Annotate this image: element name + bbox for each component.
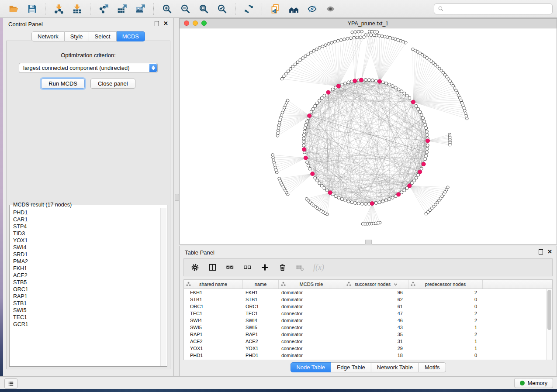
export-table-icon[interactable] (114, 2, 129, 15)
open-session-icon[interactable] (6, 2, 21, 15)
table-settings-icon[interactable] (191, 263, 199, 272)
hide-graphics-details-icon[interactable] (304, 2, 319, 15)
table-scrollbar[interactable] (546, 289, 552, 360)
column-header-label: predecessor nodes (425, 282, 466, 287)
result-list-item[interactable]: RAP1 (10, 293, 160, 300)
result-list-item[interactable]: SWI5 (10, 307, 160, 314)
tab-select[interactable]: Select (89, 31, 117, 41)
table-row[interactable]: FKH1FKH1dominator962 (184, 289, 552, 296)
cell-name: SWI5 (243, 325, 279, 330)
result-list-item[interactable]: TID3 (10, 230, 160, 237)
task-history-button[interactable] (4, 378, 17, 389)
network-window-titlebar[interactable]: YPA_prune.txt_1 (180, 19, 557, 28)
cell-successor-nodes: 18 (344, 353, 408, 358)
result-list-item[interactable]: ORC1 (10, 286, 160, 293)
cell-predecessor-nodes: 0 (408, 353, 483, 358)
cell-shared-name: RAP1 (184, 332, 243, 337)
cell-mcds-role: dominator (279, 297, 344, 302)
result-list-item[interactable]: FKH1 (10, 265, 160, 272)
window-maximize-button[interactable] (201, 21, 207, 26)
save-session-icon[interactable] (24, 2, 39, 15)
column-header-shared-name[interactable]: shared name (184, 280, 243, 289)
export-network-icon[interactable] (96, 2, 111, 15)
table-row[interactable]: YOX1YOX1connector291 (184, 345, 552, 352)
apply-preferred-layout-icon[interactable] (241, 2, 256, 15)
table-row[interactable]: ORC1ORC1dominator610 (184, 303, 552, 310)
result-list-item[interactable]: YOX1 (10, 237, 160, 244)
tab-edge-table[interactable]: Edge Table (331, 362, 371, 372)
result-list-item[interactable]: STB5 (10, 279, 160, 286)
result-list-item[interactable]: STB1 (10, 300, 160, 307)
deselect-all-rows-icon[interactable] (243, 263, 252, 272)
export-image-icon[interactable] (133, 2, 148, 15)
tab-network[interactable]: Network (31, 31, 65, 41)
memory-button[interactable]: Memory (514, 378, 553, 388)
result-list-item[interactable]: CAR1 (10, 216, 160, 223)
import-network-icon[interactable] (51, 2, 66, 15)
search-input[interactable] (446, 5, 549, 13)
cell-predecessor-nodes: 1 (408, 325, 483, 330)
task-list-icon (7, 380, 14, 387)
create-column-icon[interactable] (261, 263, 269, 272)
column-header-mcds-role[interactable]: MCDS role (279, 280, 344, 289)
delete-columns-icon[interactable] (278, 263, 287, 272)
node-table-header-row: shared namenameMCDS rolesuccessor nodesp… (184, 280, 552, 289)
table-row[interactable]: PHD1PHD1dominator180 (184, 352, 552, 359)
tab-node-table[interactable]: Node Table (290, 362, 331, 372)
column-header-name[interactable]: name (243, 280, 279, 289)
tab-motifs[interactable]: Motifs (419, 362, 446, 372)
table-row[interactable]: SWI4SWI4dominator462 (184, 317, 552, 324)
column-header-predecessor-nodes[interactable]: predecessor nodes (408, 280, 483, 289)
cell-predecessor-nodes: 0 (408, 297, 483, 302)
mcds-result-scrollbar[interactable] (160, 208, 166, 366)
tab-network-table[interactable]: Network Table (371, 362, 419, 372)
result-list-item[interactable]: PMA2 (10, 258, 160, 265)
cell-name: STB1 (243, 297, 279, 302)
horizontal-splitter-handle[interactable] (365, 240, 372, 244)
result-list-item[interactable]: TEC1 (10, 314, 160, 321)
zoom-in-icon[interactable] (159, 2, 174, 15)
window-minimize-button[interactable] (193, 21, 198, 26)
window-close-button[interactable] (184, 21, 189, 26)
vertical-splitter-handle[interactable] (175, 194, 179, 201)
column-header-successor-nodes[interactable]: successor nodes (344, 280, 408, 289)
table-row[interactable]: STB1STB1dominator620 (184, 296, 552, 303)
close-panel-icon[interactable]: ✕ (163, 21, 168, 26)
zoom-selected-icon[interactable] (214, 2, 229, 15)
float-panel-icon[interactable] (155, 21, 159, 26)
search-box[interactable] (434, 3, 553, 14)
optimization-criterion-select[interactable]: largest connected component (undirected) (19, 63, 158, 73)
run-mcds-button[interactable]: Run MCDS (41, 79, 85, 89)
network-canvas-container[interactable] (180, 28, 557, 244)
result-list-item[interactable]: PHD1 (10, 209, 160, 216)
node-table-body: FKH1FKH1dominator962STB1STB1dominator620… (184, 289, 552, 359)
zoom-out-icon[interactable] (178, 2, 193, 15)
result-list-item[interactable]: ACE2 (10, 272, 160, 279)
result-list-item[interactable]: STP4 (10, 223, 160, 230)
table-row[interactable]: TEC1TEC1connector472 (184, 310, 552, 317)
network-canvas[interactable] (180, 28, 557, 244)
first-neighbors-icon[interactable] (286, 2, 301, 15)
result-list-item[interactable]: GCR1 (10, 321, 160, 328)
zoom-fit-icon[interactable] (196, 2, 211, 15)
result-list-item[interactable]: SWI4 (10, 244, 160, 251)
sort-chevron-icon[interactable] (394, 282, 398, 286)
table-row[interactable]: RAP1RAP1dominator352 (184, 331, 552, 338)
select-all-rows-icon[interactable] (226, 263, 234, 272)
float-table-panel-icon[interactable] (539, 249, 543, 254)
table-row[interactable]: SWI5SWI5connector431 (184, 324, 552, 331)
table-scrollbar-thumb[interactable] (547, 290, 551, 330)
result-list-item[interactable]: SRD1 (10, 251, 160, 258)
tab-mcds[interactable]: MCDS (117, 31, 145, 41)
tab-style[interactable]: Style (65, 31, 89, 41)
cell-name: TEC1 (243, 311, 279, 316)
close-table-panel-icon[interactable]: ✕ (547, 250, 552, 254)
import-table-icon[interactable] (69, 2, 84, 15)
column-layout-icon[interactable] (208, 263, 217, 272)
new-network-from-selection-icon[interactable] (268, 2, 283, 15)
show-graphics-details-icon[interactable] (323, 2, 338, 15)
cell-predecessor-nodes: 0 (408, 304, 483, 309)
close-panel-button[interactable]: Close panel (90, 79, 135, 89)
cell-predecessor-nodes: 2 (408, 318, 483, 323)
table-row[interactable]: ACE2ACE2connector311 (184, 338, 552, 345)
